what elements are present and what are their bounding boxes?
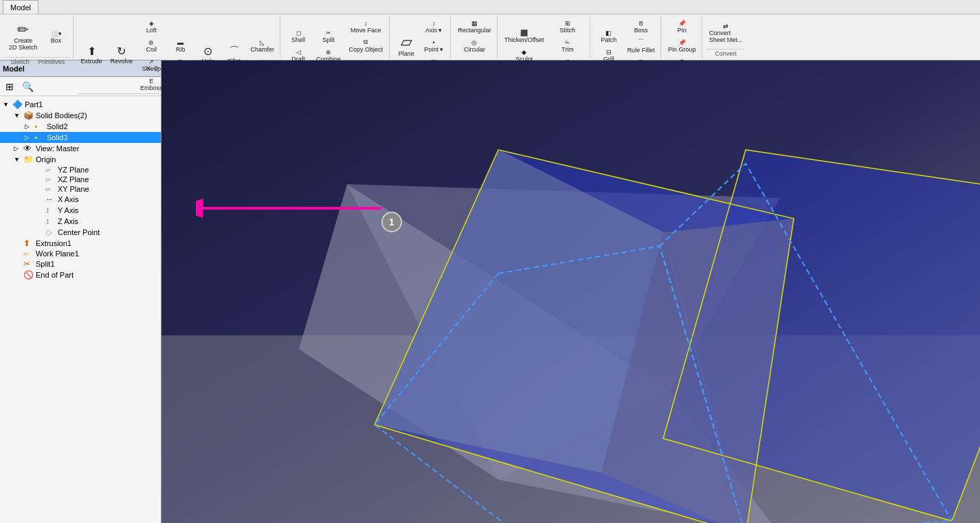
extrude-label: Extrude — [81, 58, 102, 65]
expand-view-master[interactable]: ▷ — [14, 145, 23, 152]
rule-fillet-icon: ⌒ — [638, 38, 644, 47]
pin-label: Pin — [678, 27, 687, 34]
xy-plane-label: XY Plane — [58, 185, 89, 193]
axis-button[interactable]: ↕ Axis ▾ — [420, 17, 447, 36]
work-plane1-icon: ▱ — [23, 250, 34, 257]
filter-toolbar-button[interactable]: ⊞ — [3, 80, 16, 93]
copy-object-icon: ⧉ — [364, 38, 368, 46]
point-button[interactable]: • Point ▾ — [420, 36, 447, 55]
tree-item-xz-plane[interactable]: ▷ ▱ XZ Plane — [0, 175, 161, 184]
z-axis-label: Z Axis — [58, 217, 78, 225]
boss-button[interactable]: B Boss — [625, 17, 658, 36]
loft-label: Loft — [146, 27, 157, 34]
circular-button[interactable]: ◎ Circular — [455, 36, 494, 55]
tree-item-solid2[interactable]: ▷ ▪ Solid2 — [0, 121, 161, 132]
tree-item-yz-plane[interactable]: ▷ ▱ YZ Plane — [0, 165, 161, 175]
trim-icon: ✁ — [565, 39, 570, 46]
tree-item-split1[interactable]: ▷ ✂ Split1 — [0, 258, 161, 269]
rectangular-button[interactable]: ▦ Rectangular — [455, 17, 494, 36]
convert-button[interactable]: ⇄ ConvertSheet Met... — [706, 24, 746, 43]
center-point-label: Center Point — [58, 228, 100, 236]
box-button[interactable]: ⬜▾ Box — [43, 28, 70, 47]
search-toolbar-button[interactable]: 🔍 — [19, 80, 36, 93]
viewport[interactable]: 1 — [162, 60, 980, 523]
extrude-button[interactable]: ⬆ Extrude — [78, 36, 106, 76]
split1-icon: ✂ — [23, 259, 34, 269]
create-2d-sketch-button[interactable]: ✏ Create2D Sketch — [5, 17, 41, 57]
end-of-part-icon: 🚫 — [23, 270, 34, 280]
plane-button[interactable]: ▱ Plane — [394, 26, 419, 66]
coil-button[interactable]: ⊛ Coil — [137, 36, 166, 55]
xz-plane-label: XZ Plane — [58, 175, 89, 183]
end-of-part-label: End of Part — [36, 271, 74, 279]
split-label: Split — [322, 36, 335, 43]
emboss-icon: E — [149, 78, 153, 85]
circular-icon: ◎ — [471, 39, 477, 46]
extrude-icon: ⬆ — [87, 46, 96, 57]
tree-item-x-axis[interactable]: ▷ ↔ X Axis — [0, 194, 161, 205]
thicken-icon: ⬛ — [520, 30, 528, 36]
tree-item-origin[interactable]: ▼ 📁 Origin — [0, 154, 161, 165]
copy-object-button[interactable]: ⧉ Copy Object — [345, 36, 386, 55]
plane-label: Plane — [399, 51, 414, 58]
thicken-offset-button[interactable]: ⬛ Thicken/Offset — [502, 27, 547, 45]
solid-bodies-label: Solid Bodies(2) — [36, 111, 87, 120]
tree-item-work-plane1[interactable]: ▷ ▱ Work Plane1 — [0, 249, 161, 258]
tree-item-extrusion1[interactable]: ▷ ⬆ Extrusion1 — [0, 238, 161, 249]
loft-button[interactable]: ◈ Loft — [137, 17, 166, 36]
expand-part1[interactable]: ▼ — [3, 101, 12, 108]
toolbar-buttons: ✏ Create2D Sketch ⬜▾ Box Sketch Primitiv… — [0, 14, 980, 60]
group-sketch: ✏ Create2D Sketch ⬜▾ Box Sketch Primitiv… — [3, 16, 74, 58]
plane-icon: ▱ — [401, 34, 412, 49]
solid2-label: Solid2 — [47, 122, 68, 131]
tree-item-end-of-part[interactable]: ▷ 🚫 End of Part — [0, 269, 161, 280]
pin-button[interactable]: 📌 Pin — [665, 17, 699, 36]
group-plastic-part: ◧ Patch ⊟ Grill ⊔ Snap Fit B Boss ⌒ Rule… — [592, 16, 661, 58]
split-button[interactable]: ✂ Split — [313, 27, 344, 45]
expand-solid-bodies[interactable]: ▼ — [14, 112, 23, 119]
combine-icon: ⊕ — [326, 49, 331, 56]
tree-item-z-axis[interactable]: ▷ ↕ Z Axis — [0, 216, 161, 227]
expand-origin[interactable]: ▼ — [14, 156, 23, 163]
revolve-label: Revolve — [111, 58, 133, 65]
tree-item-y-axis[interactable]: ▷ ↕ Y Axis — [0, 205, 161, 216]
tree-item-solid-bodies[interactable]: ▼ 📦 Solid Bodies(2) — [0, 110, 161, 121]
expand-solid3[interactable]: ▷ — [25, 134, 34, 141]
shell-icon: ◻ — [296, 30, 301, 36]
tree-item-center-point[interactable]: ▷ ◇ Center Point — [0, 227, 161, 238]
axis-label: Axis ▾ — [425, 27, 443, 34]
main-area: Model ✕ ? ⊞ 🔍 ▼ 🔷 Part1 ▼ 📦 Solid Bodies… — [0, 60, 980, 523]
axis-icon: ↕ — [432, 20, 436, 27]
y-axis-label: Y Axis — [58, 206, 78, 214]
patch-button[interactable]: ◧ Patch — [594, 27, 623, 45]
solid3-icon: ▪ — [34, 133, 45, 142]
boss-label: Boss — [634, 27, 648, 34]
revolve-button[interactable]: ↻ Revolve — [107, 36, 137, 76]
group-surface: ⬛ Thicken/Offset ◆ Sculpt ⊞ Stitch ✁ Tri… — [499, 16, 590, 58]
x-axis-label: X Axis — [58, 195, 79, 203]
tree-item-solid3[interactable]: ▷ ▪ Solid3 — [0, 132, 161, 143]
sweep-icon: ↗ — [148, 58, 154, 65]
boss-icon: B — [639, 20, 643, 27]
trim-button[interactable]: ✁ Trim — [548, 36, 588, 55]
stitch-button[interactable]: ⊞ Stitch — [548, 17, 588, 36]
expand-solid2[interactable]: ▷ — [25, 123, 34, 130]
convert-group-label: Convert — [706, 49, 746, 57]
step-number: 1 — [381, 212, 402, 232]
group-convert: ⇄ ConvertSheet Met... Convert — [704, 16, 748, 58]
chamfer-button[interactable]: ◺ Chamfer — [248, 36, 278, 55]
group-harness: 📌 Pin 📌 Pin Group ⚙ Properties Harness — [662, 16, 702, 58]
rule-fillet-button[interactable]: ⌒ Rule Fillet — [625, 36, 658, 55]
rib-button[interactable]: ▬ Rib — [167, 36, 194, 55]
origin-icon: 📁 — [23, 155, 34, 164]
group-create: ⬆ Extrude ↻ Revolve ◈ Loft ⊛ Coil ↗ Swee… — [75, 16, 281, 58]
tab-model[interactable]: Model — [3, 0, 38, 14]
x-axis-icon: ↔ — [45, 194, 56, 204]
move-face-button[interactable]: ↕ Move Face — [345, 17, 386, 36]
tree-item-xy-plane[interactable]: ▷ ▱ XY Plane — [0, 184, 161, 194]
split-icon: ✂ — [326, 30, 331, 36]
shell-button[interactable]: ◻ Shell — [285, 27, 312, 45]
pin-group-button[interactable]: 📌 Pin Group — [665, 36, 699, 55]
tree-item-view-master[interactable]: ▷ 👁 View: Master — [0, 143, 161, 154]
copy-object-label: Copy Object — [348, 46, 383, 53]
